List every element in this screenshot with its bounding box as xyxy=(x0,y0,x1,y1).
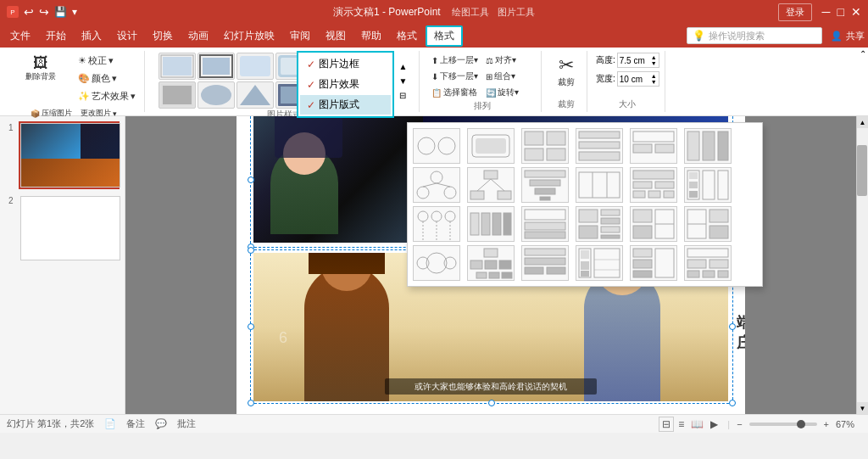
smartart-22[interactable] xyxy=(576,245,623,281)
zoom-level[interactable]: 67% xyxy=(836,419,861,429)
style-thumb-8[interactable] xyxy=(198,81,235,109)
smartart-9[interactable] xyxy=(521,167,569,203)
smartart-5[interactable] xyxy=(630,128,677,164)
menu-home[interactable]: 开始 xyxy=(39,27,73,45)
smartart-18[interactable] xyxy=(684,206,732,242)
menu-design[interactable]: 设计 xyxy=(110,27,144,45)
smartart-4[interactable] xyxy=(576,128,623,164)
height-spinner[interactable]: ▲ ▼ xyxy=(651,54,657,66)
gallery-up-button[interactable]: ▲ xyxy=(398,60,409,73)
style-thumb-3[interactable] xyxy=(236,53,274,80)
smartart-2[interactable] xyxy=(467,128,515,164)
smartart-24[interactable] xyxy=(684,245,732,281)
window-title: 演示文稿1 - PowerPoint 绘图工具 图片工具 xyxy=(333,5,535,20)
reading-view-button[interactable]: 📖 xyxy=(688,417,706,431)
width-spinner[interactable]: ▲ ▼ xyxy=(651,73,657,85)
smartart-17[interactable] xyxy=(630,206,677,242)
scroll-thumb[interactable] xyxy=(857,145,867,196)
collapse-ribbon-button[interactable]: ⌃ xyxy=(860,49,866,59)
undo-btn[interactable]: ↩ xyxy=(24,5,34,19)
move-down-button[interactable]: ⬇下移一层▾ xyxy=(428,69,481,84)
smartart-7[interactable] xyxy=(413,167,460,203)
gallery-more-button[interactable]: ⊟ xyxy=(398,89,409,102)
zoom-in-button[interactable]: + xyxy=(824,419,829,429)
vscroll[interactable]: ▲ ▼ xyxy=(856,116,868,414)
menu-view[interactable]: 视图 xyxy=(319,27,353,45)
menu-slideshow[interactable]: 幻灯片放映 xyxy=(217,27,281,45)
style-thumb-7[interactable] xyxy=(159,81,196,109)
align-button[interactable]: ⚖对齐▾ xyxy=(482,53,536,68)
menu-format2[interactable]: 格式 xyxy=(426,25,463,47)
smartart-12[interactable] xyxy=(684,167,732,203)
smartart-10[interactable] xyxy=(576,167,623,203)
select-pane-button[interactable]: 📋选择窗格 xyxy=(428,85,481,100)
slideshow-view-button[interactable]: ▶ xyxy=(708,417,721,431)
smartart-23[interactable] xyxy=(630,245,677,281)
smartart-14[interactable] xyxy=(467,206,515,242)
smartart-8[interactable] xyxy=(467,167,515,203)
width-input[interactable]: 10 cm ▲ ▼ xyxy=(617,71,659,87)
rotate-button[interactable]: 🔄旋转▾ xyxy=(482,85,536,100)
zoom-thumb[interactable] xyxy=(797,420,805,428)
crop-button[interactable]: ✂ 裁剪 xyxy=(554,53,579,90)
smartart-11[interactable] xyxy=(630,167,677,203)
correct-button[interactable]: ☀ 校正 ▾ xyxy=(75,53,139,69)
smartart-16[interactable] xyxy=(576,206,623,242)
move-up-button[interactable]: ⬆上移一层▾ xyxy=(428,53,481,68)
style-thumb-1[interactable] xyxy=(159,53,196,80)
outline-view-button[interactable]: ≡ xyxy=(676,417,687,431)
normal-view-button[interactable]: ⊟ xyxy=(659,417,674,432)
save-btn[interactable]: 💾 xyxy=(54,6,67,18)
quick-access-dropdown[interactable]: ▾ xyxy=(72,6,77,18)
smartart-3[interactable] xyxy=(521,128,569,164)
color-button[interactable]: 🎨 颜色 ▾ xyxy=(75,70,139,87)
comments-button[interactable]: 批注 xyxy=(177,417,196,430)
menu-transitions[interactable]: 切换 xyxy=(146,27,180,45)
statusbar-right: ⊟ ≡ 📖 ▶ | − + 67% xyxy=(659,417,861,432)
compress-button[interactable]: 📦 压缩图片 xyxy=(27,106,75,120)
slide-item-2[interactable]: 2 xyxy=(19,194,120,262)
slide-item-1[interactable]: 1 xyxy=(19,121,120,189)
login-button[interactable]: 登录 xyxy=(778,3,812,21)
scroll-track[interactable] xyxy=(857,128,868,402)
subtitle-bar: 或许大家也能够体验和高岭君说话的契机 xyxy=(385,378,597,395)
close-button[interactable]: ✕ xyxy=(851,5,861,19)
smartart-19[interactable] xyxy=(413,245,460,281)
smartart-1[interactable] xyxy=(413,128,460,164)
menu-review[interactable]: 审阅 xyxy=(283,27,317,45)
menu-animations[interactable]: 动画 xyxy=(181,27,215,45)
scroll-up-button[interactable]: ▲ xyxy=(857,116,869,128)
zoom-out-button[interactable]: − xyxy=(737,419,742,429)
remove-bg-button[interactable]: 🖼 删除背景 xyxy=(8,53,73,83)
height-input[interactable]: 7.5 cm ▲ ▼ xyxy=(617,53,659,68)
art-effect-button[interactable]: ✨ 艺术效果 ▾ xyxy=(75,88,139,104)
style-thumb-2[interactable] xyxy=(198,53,235,80)
maximize-button[interactable]: □ xyxy=(837,5,844,19)
search-box[interactable]: 💡 操作说明搜索 xyxy=(687,27,822,44)
smartart-13[interactable] xyxy=(413,206,460,242)
share-label[interactable]: 共享 xyxy=(846,30,865,42)
smartart-6[interactable] xyxy=(684,128,732,164)
slide-thumb-2[interactable] xyxy=(20,196,120,260)
style-thumb-9[interactable] xyxy=(236,81,274,109)
minimize-button[interactable]: ─ xyxy=(822,5,831,19)
picture-effect-item[interactable]: ✓ 图片效果 xyxy=(300,75,391,94)
picture-layout-item[interactable]: ✓ 图片版式 xyxy=(300,95,391,115)
menu-file[interactable]: 文件 xyxy=(3,27,37,45)
menu-insert[interactable]: 插入 xyxy=(75,27,108,45)
smartart-20[interactable] xyxy=(467,245,515,281)
zoom-slider[interactable] xyxy=(749,423,817,426)
smartart-21[interactable] xyxy=(521,245,569,281)
scroll-down-button[interactable]: ▼ xyxy=(857,402,869,414)
menu-help[interactable]: 帮助 xyxy=(354,27,388,45)
menu-format1[interactable]: 格式 xyxy=(390,27,424,45)
group-button[interactable]: ⊞组合▾ xyxy=(482,69,536,84)
change-pic-button[interactable]: 更改图片▾ xyxy=(77,106,120,120)
smartart-15[interactable] xyxy=(521,206,569,242)
slide-thumb-1[interactable] xyxy=(20,123,120,188)
gallery-down-button[interactable]: ▼ xyxy=(398,75,409,87)
notes-button[interactable]: 备注 xyxy=(126,417,145,430)
picture-border-item[interactable]: ✓ 图片边框 xyxy=(300,54,391,74)
svg-point-21 xyxy=(418,137,435,154)
redo-btn[interactable]: ↪ xyxy=(39,5,49,19)
